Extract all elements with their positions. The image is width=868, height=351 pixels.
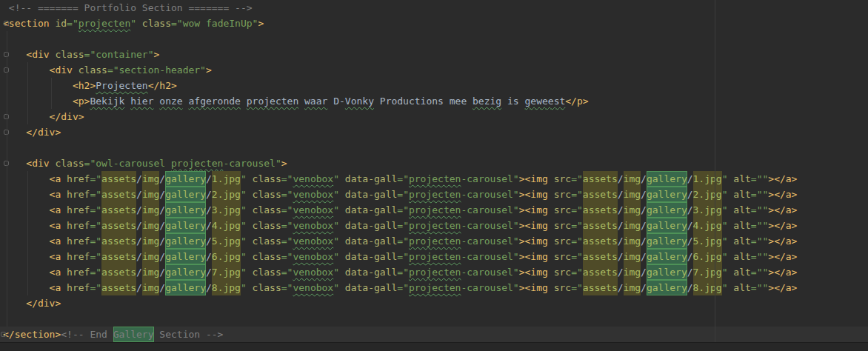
token-at: href <box>61 251 90 262</box>
token-po: 1.jpg <box>212 171 241 187</box>
token-po: assets <box>583 249 618 264</box>
token-tag: ></a> <box>768 220 797 231</box>
token-st: " <box>241 267 247 278</box>
fold-marker-icon[interactable] <box>4 21 9 26</box>
code-line-text <box>3 33 9 44</box>
code-line[interactable]: <a href="assets/img/gallery/3.jpg" class… <box>3 202 868 218</box>
code-line[interactable]: <a href="assets/img/gallery/2.jpg" class… <box>3 187 868 202</box>
token-po: 5.jpg <box>212 233 241 249</box>
code-line[interactable]: <div class="container"> <box>3 47 868 62</box>
token-po: assets <box>101 187 136 202</box>
code-line[interactable]: </div> <box>3 124 868 140</box>
token-st: =" <box>571 267 583 278</box>
token-at: src <box>548 251 571 262</box>
code-line[interactable]: </div> <box>3 295 868 311</box>
token-at: src <box>548 204 571 215</box>
token-st: ="wow fadeInUp" <box>171 18 258 29</box>
token-st: ="" <box>751 173 768 184</box>
code-line-text: <a href="assets/img/gallery/8.jpg" class… <box>3 282 797 293</box>
code-line[interactable]: <a href="assets/img/gallery/8.jpg" class… <box>3 280 868 295</box>
token-sts: venobox <box>293 235 333 247</box>
token-txs: Projecten <box>96 80 147 91</box>
token-st: " <box>333 251 339 262</box>
token-tx: D- <box>327 96 344 107</box>
code-line[interactable]: <div class="section-header"> <box>3 62 868 78</box>
token-at: alt <box>728 251 751 262</box>
code-line-text: <a href="assets/img/gallery/4.jpg" class… <box>3 220 797 231</box>
token-pg: gallery <box>647 233 687 249</box>
token-at: class <box>73 64 107 76</box>
token-at: class <box>247 204 281 215</box>
token-cm: <!-- ======= Portfolio Section ======= -… <box>3 2 253 13</box>
code-line-text: <h2>Projecten</h2> <box>3 80 177 91</box>
token-sts: projecten <box>409 267 461 278</box>
token-st: =" <box>281 251 293 262</box>
token-at: href <box>61 189 90 200</box>
code-line[interactable] <box>3 31 868 47</box>
token-sts: projecten <box>409 282 461 293</box>
code-line[interactable]: <a href="assets/img/gallery/4.jpg" class… <box>3 218 868 233</box>
token-at: data-gall <box>339 267 397 278</box>
token-tx <box>241 96 247 107</box>
code-line[interactable] <box>3 140 868 156</box>
code-line[interactable]: <div class="owl-carousel projecten-carou… <box>3 156 868 171</box>
code-area[interactable]: <!-- ======= Portfolio Section ======= -… <box>0 0 868 342</box>
token-st: =" <box>281 189 293 200</box>
code-line-text: </div> <box>3 111 84 122</box>
token-sl: / <box>206 189 212 200</box>
token-sl: / <box>159 204 165 215</box>
token-po: img <box>142 218 159 233</box>
code-line-text: <a href="assets/img/gallery/1.jpg" class… <box>3 173 797 184</box>
token-pg: gallery <box>647 218 687 233</box>
token-st: " <box>722 189 728 200</box>
token-st: =" <box>90 173 101 184</box>
code-line[interactable]: <a href="assets/img/gallery/7.jpg" class… <box>3 264 868 280</box>
code-line[interactable]: <p>Bekijk hier onze afgeronde projecten … <box>3 93 868 109</box>
token-at: class <box>247 235 281 247</box>
code-line-text: <a href="assets/img/gallery/7.jpg" class… <box>3 267 797 278</box>
token-po: 8.jpg <box>212 280 241 295</box>
token-st: =" <box>397 267 409 278</box>
token-po: img <box>624 249 641 264</box>
token-sl: / <box>641 204 647 215</box>
code-line[interactable] <box>3 311 868 327</box>
code-line[interactable]: <h2>Projecten</h2> <box>3 78 868 93</box>
token-at: class <box>247 251 281 262</box>
token-pg: gallery <box>165 218 206 233</box>
token-at: class <box>247 173 281 184</box>
token-tag: ></a> <box>768 251 797 262</box>
token-st: =" <box>90 235 101 247</box>
ide-window: <!-- ======= Portfolio Section ======= -… <box>0 0 868 351</box>
code-line[interactable]: <!-- ======= Portfolio Section ======= -… <box>3 0 868 16</box>
token-sts: venobox <box>293 267 333 278</box>
code-line[interactable]: <a href="assets/img/gallery/1.jpg" class… <box>3 171 868 187</box>
token-st: =" <box>571 173 583 184</box>
code-line[interactable]: <a href="assets/img/gallery/5.jpg" class… <box>3 233 868 249</box>
token-tag: ></a> <box>768 204 797 215</box>
token-st: " <box>722 173 728 184</box>
token-txs: afgeronde <box>188 96 240 107</box>
code-line[interactable]: </section><!-- End Gallery Section --> <box>0 327 868 342</box>
code-line[interactable]: <section id="projecten" class="wow fadeI… <box>3 16 868 31</box>
token-po: img <box>142 187 159 202</box>
token-sl: / <box>618 251 624 262</box>
token-pg: gallery <box>647 280 687 295</box>
token-po: 5.jpg <box>693 233 722 249</box>
token-tag: ></a> <box>768 173 797 184</box>
token-sts: venobox <box>293 189 333 200</box>
code-line[interactable]: <a href="assets/img/gallery/6.jpg" class… <box>3 249 868 264</box>
token-st: ="" <box>751 235 768 247</box>
code-line[interactable]: </div> <box>3 109 868 124</box>
token-sl: / <box>159 251 165 262</box>
token-po: assets <box>101 171 136 187</box>
token-at: class <box>247 267 281 278</box>
token-pg: gallery <box>165 280 206 295</box>
token-sts: projecten <box>409 173 461 184</box>
token-st: =" <box>571 189 583 200</box>
fold-marker-icon[interactable] <box>1 332 6 337</box>
token-at: href <box>61 235 90 247</box>
code-line-text: </div> <box>3 298 61 309</box>
token-at: class <box>247 220 281 231</box>
code-line-text: <a href="assets/img/gallery/6.jpg" class… <box>3 251 797 262</box>
token-st: ="" <box>751 282 768 293</box>
